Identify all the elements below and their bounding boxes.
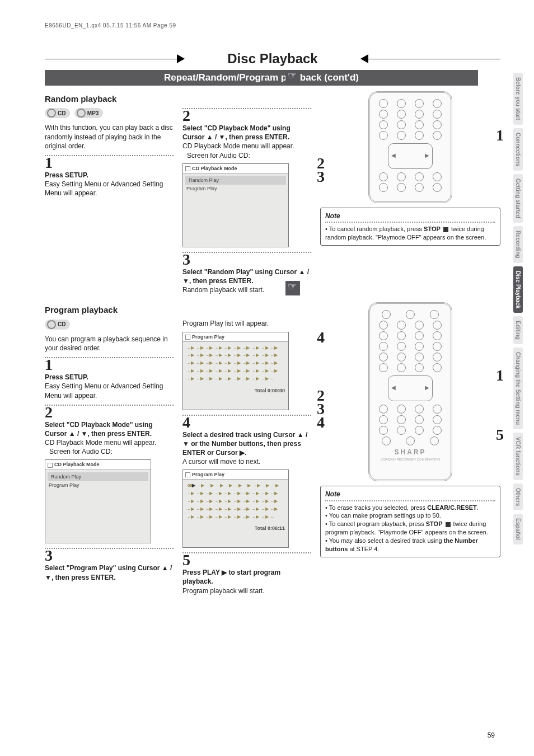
- side-tab[interactable]: Others: [513, 483, 523, 510]
- step-body: Easy Setting Menu or Advanced Setting Me…: [45, 382, 174, 400]
- osd-cd-playback-mode: CD Playback Mode Random Play Program Pla…: [45, 459, 151, 543]
- step-body: Program playback will start.: [182, 586, 311, 595]
- remote-callout: 5: [496, 424, 504, 445]
- page-title: Disc Playback: [45, 51, 500, 67]
- program-slot-grid: -- ▶-- ▶-- ▶-- ▶-- ▶-- ▶-- ▶-- ▶-- ▶-- ▶…: [183, 342, 288, 386]
- step-title: Select a desired track using Cursor ▲ / …: [182, 430, 311, 458]
- step-title: Press SETUP.: [45, 373, 174, 382]
- note-label: Note: [325, 490, 495, 499]
- program-slot-grid: 09▶-- ▶-- ▶-- ▶-- ▶-- ▶-- ▶-- ▶-- ▶-- ▶ …: [183, 480, 288, 523]
- remote-callout: 3: [317, 166, 325, 187]
- osd-window-icon: [185, 166, 190, 171]
- step-title: Select "CD Playback Mode" using Cursor ▲…: [182, 124, 311, 142]
- program-intro: You can program a playback sequence in y…: [45, 335, 174, 353]
- osd-program-play-empty: Program Play -- ▶-- ▶-- ▶-- ▶-- ▶-- ▶-- …: [182, 332, 289, 410]
- remote-brand: SHARP: [374, 448, 446, 457]
- osd-window-icon: [185, 472, 190, 477]
- hand-pointer-icon: [285, 281, 300, 295]
- osd-item: Program Play: [48, 481, 148, 489]
- remote-callout: 4: [317, 412, 325, 433]
- remote-brand-sub: VCR/DVD RECORDER COMBINATION: [374, 457, 446, 462]
- doc-header-line: E9656UD_EN_1.qx4 05.7.15 11:56 AM Page 5…: [45, 22, 500, 29]
- note-label: Note: [325, 212, 495, 220]
- step-title: Press SETUP.: [45, 171, 174, 180]
- step-number: 2: [45, 405, 174, 420]
- note-box: Note • To cancel random playback, press …: [320, 208, 500, 246]
- step-number: 1: [45, 155, 174, 171]
- osd-total: Total 0:00:00: [183, 386, 288, 396]
- remote-callout: 1: [496, 125, 504, 146]
- step-number: 5: [182, 552, 311, 568]
- side-tab[interactable]: Editing: [513, 316, 523, 344]
- note-box: Note • To erase tracks you selected, pre…: [320, 486, 500, 557]
- side-tab[interactable]: Español: [513, 514, 523, 544]
- step-title: Select "Program Play" using Cursor ▲ / ▼…: [45, 564, 174, 581]
- note-item: • To erase tracks you selected, press CL…: [325, 504, 495, 512]
- stop-icon: [443, 227, 448, 232]
- cd-badge: CD: [45, 320, 70, 330]
- osd-title-text: Program Play: [192, 472, 224, 477]
- remote-dpad-icon: [388, 143, 433, 169]
- step-number: 1: [45, 357, 174, 373]
- side-tab-active[interactable]: Disc Playback: [513, 266, 523, 313]
- osd-item: Random Play: [48, 472, 148, 481]
- osd-cd-playback-mode: CD Playback Mode Random Play Program Pla…: [182, 163, 289, 247]
- osd-title-text: CD Playback Mode: [54, 462, 100, 467]
- osd-window-icon: [48, 463, 53, 468]
- remote-dpad-icon: [388, 375, 433, 401]
- step-body: A cursor will move to next.: [182, 457, 311, 466]
- random-intro: With this function, you can play back a …: [45, 123, 174, 151]
- step-body: CD Playback Mode menu will appear.: [182, 142, 311, 151]
- step-title: Press PLAY ▶ to start program playback.: [182, 568, 311, 586]
- side-tab[interactable]: Recording: [513, 226, 523, 262]
- remote-illustration: SHARP VCR/DVD RECORDER COMBINATION: [368, 302, 452, 481]
- osd-program-play-filled: Program Play 09▶-- ▶-- ▶-- ▶-- ▶-- ▶-- ▶…: [182, 469, 289, 548]
- osd-item: Program Play: [185, 185, 286, 192]
- step-number: 4: [182, 415, 311, 430]
- remote-callout: 4: [317, 327, 325, 348]
- side-tab[interactable]: Before you start: [513, 73, 523, 125]
- step-number: 3: [45, 548, 174, 564]
- chevron-left-icon: [177, 54, 185, 63]
- side-tab[interactable]: VCR functions: [513, 433, 523, 480]
- mp3-badge: MP3: [74, 108, 104, 118]
- osd-item: Random Play: [185, 176, 286, 185]
- cd-badge: CD: [45, 108, 70, 118]
- step-number: 3: [182, 252, 311, 267]
- side-tab[interactable]: Connections: [513, 128, 523, 171]
- note-item: • You can make program settings up to 50…: [325, 511, 495, 520]
- osd-caption: Screen for Audio CD:: [187, 151, 311, 160]
- step-result: Program Play list will appear.: [182, 319, 311, 328]
- step-body: Easy Setting Menu or Advanced Setting Me…: [45, 180, 174, 198]
- chevron-right-icon: [360, 54, 368, 63]
- note-item: • To cancel program playback, press STOP…: [325, 520, 495, 537]
- step-title: Select "CD Playback Mode" using Cursor ▲…: [45, 420, 174, 438]
- side-tab-strip: Before you start Connections Getting sta…: [513, 73, 523, 544]
- remote-callout: 1: [496, 365, 504, 386]
- osd-total: Total 0:06:11: [183, 523, 288, 533]
- remote-illustration: [368, 91, 452, 203]
- osd-title-text: CD Playback Mode: [192, 166, 237, 171]
- program-heading: Program playback: [45, 304, 174, 316]
- note-text: • To cancel random playback, press STOP …: [325, 226, 486, 241]
- note-item: • You may also select a desired track us…: [325, 537, 495, 553]
- page-title-wrap: Disc Playback: [45, 51, 500, 67]
- osd-window-icon: [185, 335, 190, 340]
- step-number: 2: [182, 108, 311, 124]
- stop-icon: [446, 522, 451, 527]
- page-number: 59: [488, 731, 495, 739]
- side-tab[interactable]: Changing the Setting menu: [513, 348, 523, 429]
- first-track-cell: 09▶: [188, 483, 195, 489]
- section-subtitle: Repeat/Random/Program playback (cont'd): [45, 70, 478, 86]
- hand-pointer-icon: [285, 70, 300, 84]
- osd-caption: Screen for Audio CD:: [49, 447, 174, 456]
- side-tab[interactable]: Getting started: [513, 174, 523, 223]
- random-heading: Random playback: [45, 93, 174, 105]
- step-body: CD Playback Mode menu will appear.: [45, 438, 174, 447]
- osd-title-text: Program Play: [192, 334, 224, 340]
